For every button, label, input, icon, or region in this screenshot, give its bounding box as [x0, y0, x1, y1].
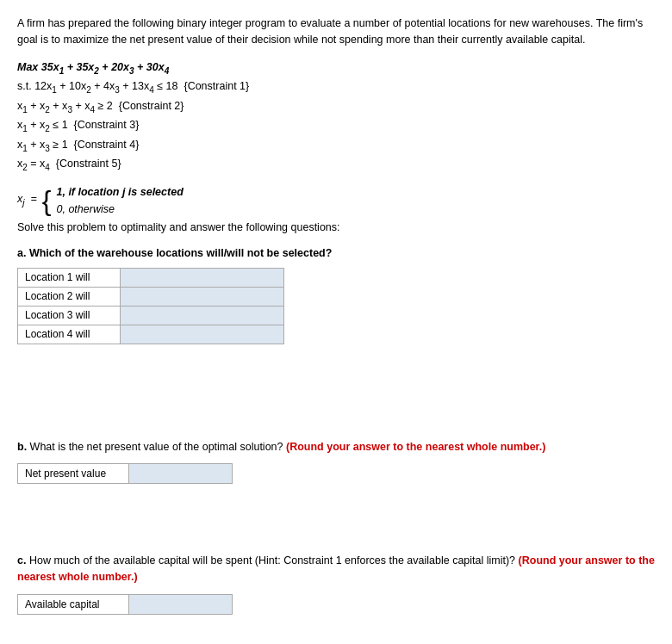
location-2-input[interactable]: [128, 290, 277, 302]
piecewise-cases: 1, if location j is selected 0, otherwis…: [57, 183, 184, 218]
part-b-round-note: (Round your answer to the nearest whole …: [286, 441, 545, 453]
table-row: Location 1 will: [18, 268, 284, 287]
solve-text: Solve this problem to optimality and ans…: [17, 221, 655, 233]
npv-input[interactable]: [129, 464, 232, 483]
part-c-section: c. How much of the available capital wil…: [17, 553, 655, 615]
capital-input[interactable]: [129, 595, 232, 614]
piecewise-definition: xj = { 1, if location j is selected 0, o…: [17, 183, 655, 218]
part-b-section: b. What is the net present value of the …: [17, 439, 655, 485]
part-c-question: c. How much of the available capital wil…: [17, 553, 655, 585]
npv-label: Net present value: [17, 463, 129, 484]
capital-row: Available capital: [17, 594, 655, 615]
capital-input-box[interactable]: [129, 594, 233, 615]
location-4-input[interactable]: [128, 328, 277, 340]
part-b-question: b. What is the net present value of the …: [17, 439, 655, 455]
case-selected: 1, if location j is selected: [57, 183, 184, 201]
location-2-label: Location 2 will: [18, 287, 121, 306]
location-3-label: Location 3 will: [18, 306, 121, 325]
piecewise-brace: {: [42, 187, 52, 214]
location-4-input-cell[interactable]: [120, 325, 283, 344]
location-2-input-cell[interactable]: [120, 287, 283, 306]
constraint-4: x1 + x3 ≥ 1 {Constraint 4}: [17, 136, 655, 156]
location-4-label: Location 4 will: [18, 325, 121, 344]
part-c-letter: c.: [17, 554, 26, 567]
intro-text: A firm has prepared the following binary…: [17, 15, 655, 48]
piecewise-var: xj =: [17, 193, 37, 207]
constraint-3: x1 + x2 ≤ 1 {Constraint 3}: [17, 116, 655, 136]
location-1-input-cell[interactable]: [120, 268, 283, 287]
part-b-letter: b.: [17, 441, 27, 453]
location-1-input[interactable]: [128, 271, 277, 283]
npv-row: Net present value: [17, 463, 655, 484]
part-a-section: a. Which of the warehouse locations will…: [17, 247, 655, 344]
constraint-5: x2 = x4 {Constraint 5}: [17, 155, 655, 175]
location-3-input[interactable]: [128, 309, 277, 321]
location-3-input-cell[interactable]: [120, 306, 283, 325]
part-a-label: a. Which of the warehouse locations will…: [17, 247, 655, 259]
table-row: Location 2 will: [18, 287, 284, 306]
part-a-letter: a.: [17, 247, 26, 259]
problem-block: Max 35x1 + 35x2 + 20x3 + 30x4 s.t. 12x1 …: [17, 59, 655, 175]
location-table: Location 1 will Location 2 will Location…: [17, 268, 284, 344]
case-otherwise: 0, otherwise: [57, 201, 184, 218]
max-line: Max 35x1 + 35x2 + 20x3 + 30x4: [17, 59, 655, 78]
part-c-round-note: (Round your answer to the nearest whole …: [17, 554, 655, 583]
table-row: Location 4 will: [18, 325, 284, 344]
capital-label: Available capital: [17, 594, 129, 615]
npv-input-box[interactable]: [129, 463, 233, 484]
constraint-2: x1 + x2 + x3 + x4 ≥ 2 {Constraint 2}: [17, 97, 655, 117]
table-row: Location 3 will: [18, 306, 284, 325]
constraint-1: s.t. 12x1 + 10x2 + 4x3 + 13x4 ≤ 18 {Cons…: [17, 77, 655, 97]
location-1-label: Location 1 will: [18, 268, 121, 287]
